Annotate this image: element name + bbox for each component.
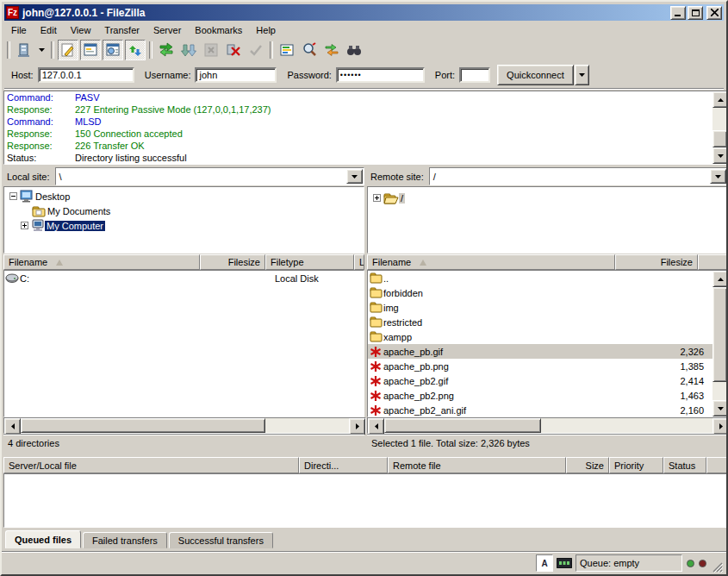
- tab-queued-files[interactable]: Queued files: [5, 530, 81, 548]
- title-bar[interactable]: Fz john@127.0.0.1 - FileZilla: [4, 4, 724, 21]
- scroll-thumb[interactable]: [712, 287, 727, 382]
- queue-column-serverlocal[interactable]: Server/Local file: [3, 457, 299, 473]
- local-tree-icon: [83, 42, 98, 58]
- remote-column-filename[interactable]: Filename: [367, 254, 615, 270]
- remote-site-dropdown[interactable]: [710, 169, 726, 184]
- local-column-filename[interactable]: Filename: [3, 254, 200, 270]
- local-hscrollbar[interactable]: [3, 417, 366, 434]
- quickconnect-button[interactable]: Quickconnect: [497, 65, 574, 85]
- tree-item-root[interactable]: /: [368, 191, 727, 205]
- local-site-combobox[interactable]: \: [55, 167, 364, 185]
- remote-tree[interactable]: /: [367, 186, 728, 254]
- quickconnect-dropdown[interactable]: [575, 65, 589, 85]
- remote-file-row-selected[interactable]: apache_pb.gif 2,326: [368, 344, 712, 359]
- tab-failed-transfers[interactable]: Failed transfers: [83, 532, 167, 548]
- find-files-button[interactable]: [344, 40, 364, 60]
- disconnect-button[interactable]: [223, 40, 244, 60]
- remote-file-row[interactable]: apache_pb2.gif 2,414: [368, 373, 712, 388]
- site-manager-button[interactable]: [14, 40, 34, 60]
- toggle-message-log-button[interactable]: [58, 40, 78, 60]
- menu-server[interactable]: Server: [146, 23, 188, 37]
- port-input[interactable]: [459, 67, 490, 83]
- expand-icon[interactable]: [21, 222, 28, 229]
- expand-icon[interactable]: [373, 194, 381, 202]
- tree-item-my-computer[interactable]: My Computer: [4, 218, 364, 233]
- username-input[interactable]: john: [195, 67, 277, 83]
- menu-help[interactable]: Help: [249, 23, 283, 37]
- toggle-queue-button[interactable]: [125, 40, 146, 60]
- tab-successful-transfers[interactable]: Successful transfers: [169, 532, 273, 548]
- remote-file-list[interactable]: .. forbidden img restricted xampp: [367, 270, 728, 417]
- resize-grip[interactable]: [712, 561, 723, 573]
- local-column-filesize[interactable]: Filesize: [200, 254, 265, 270]
- site-manager-dropdown[interactable]: [36, 40, 47, 60]
- remote-column-filesize[interactable]: Filesize: [615, 254, 698, 270]
- password-input[interactable]: ••••••: [336, 67, 425, 83]
- queue-column-priority[interactable]: Priority: [609, 457, 663, 473]
- menu-bookmarks[interactable]: Bookmarks: [188, 23, 249, 37]
- queue-column-size[interactable]: Size: [566, 457, 609, 473]
- toggle-local-tree-button[interactable]: [80, 40, 101, 60]
- local-file-list[interactable]: C: Local Disk: [3, 270, 364, 417]
- remote-file-row[interactable]: xampp: [368, 329, 712, 344]
- scroll-right-arrow[interactable]: [712, 418, 728, 435]
- queue-column-spacer: [706, 457, 728, 473]
- minimize-button[interactable]: [670, 6, 686, 20]
- remote-site-combobox[interactable]: /: [429, 167, 728, 185]
- remote-file-row[interactable]: apache_pb.png 1,385: [368, 359, 712, 373]
- synchronized-browsing-button[interactable]: [321, 40, 342, 60]
- collapse-icon[interactable]: [9, 192, 17, 200]
- scroll-thumb[interactable]: [384, 418, 541, 433]
- remote-file-row[interactable]: ..: [368, 271, 712, 285]
- local-site-dropdown[interactable]: [346, 169, 363, 184]
- directory-comparison-button[interactable]: [299, 40, 320, 60]
- host-input[interactable]: 127.0.0.1: [38, 67, 134, 83]
- scroll-left-arrow[interactable]: [368, 418, 384, 435]
- local-column-lastmodified[interactable]: L: [354, 254, 364, 270]
- scroll-down-arrow[interactable]: [712, 147, 728, 164]
- scroll-right-arrow[interactable]: [349, 418, 365, 435]
- refresh-button[interactable]: [156, 40, 177, 60]
- local-site-label: Local site:: [7, 172, 50, 182]
- scroll-up-arrow[interactable]: [712, 91, 728, 108]
- queue-column-status[interactable]: Status: [663, 457, 706, 473]
- message-log[interactable]: Command:PASV Response:227 Entering Passi…: [3, 91, 728, 165]
- remote-list-scrollbar[interactable]: [712, 271, 727, 416]
- tree-item-desktop[interactable]: Desktop: [4, 189, 364, 203]
- remote-file-row[interactable]: apache_pb2.png 1,463: [368, 388, 712, 403]
- remote-file-row[interactable]: restricted: [368, 315, 712, 329]
- remote-file-row[interactable]: apache_pb2_ani.gif 2,160: [368, 403, 712, 417]
- scroll-thumb[interactable]: [21, 418, 265, 433]
- local-column-filetype[interactable]: Filetype: [265, 254, 354, 270]
- menu-edit[interactable]: Edit: [34, 23, 64, 37]
- remote-file-row[interactable]: img: [368, 300, 712, 315]
- maximize-icon: [692, 9, 700, 16]
- remote-hscrollbar[interactable]: [367, 417, 728, 434]
- menu-file[interactable]: File: [4, 23, 34, 37]
- tree-item-my-documents[interactable]: My Documents: [4, 203, 364, 218]
- scroll-down-arrow[interactable]: [712, 400, 728, 416]
- log-scrollbar[interactable]: [712, 91, 727, 164]
- remote-site-value: /: [433, 172, 436, 182]
- scroll-up-arrow[interactable]: [712, 271, 728, 287]
- menu-view[interactable]: View: [64, 23, 98, 37]
- toggle-remote-tree-button[interactable]: [103, 40, 123, 60]
- scroll-left-arrow[interactable]: [4, 418, 21, 435]
- queue-column-remotefile[interactable]: Remote file: [388, 457, 566, 473]
- remote-file-row[interactable]: forbidden: [368, 285, 712, 300]
- speed-limit-icon[interactable]: [557, 555, 572, 571]
- process-queue-button[interactable]: [178, 40, 199, 60]
- scroll-thumb[interactable]: [712, 130, 727, 147]
- host-label: Host:: [11, 70, 34, 80]
- queue-column-direction[interactable]: Directi...: [299, 457, 388, 473]
- close-button[interactable]: [706, 6, 722, 20]
- maximize-button[interactable]: [688, 6, 703, 20]
- filter-button[interactable]: [277, 40, 297, 60]
- queue-body[interactable]: [3, 473, 728, 528]
- local-site-value: \: [59, 172, 62, 182]
- local-file-row[interactable]: C: Local Disk: [4, 271, 364, 285]
- local-tree[interactable]: Desktop My Documents My Computer: [3, 186, 364, 254]
- menu-transfer[interactable]: Transfer: [97, 23, 146, 37]
- toolbar-separator: [7, 41, 10, 59]
- port-label: Port:: [435, 70, 455, 80]
